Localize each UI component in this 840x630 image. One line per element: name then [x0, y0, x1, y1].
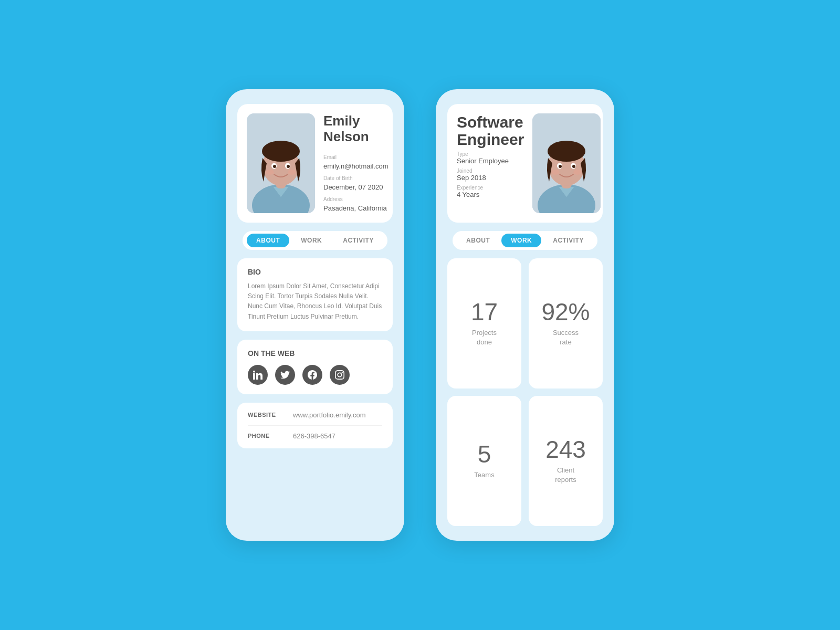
web-card: ON THE WEB [237, 340, 393, 394]
left-phone-card: Emily Nelson Email emily.n@hotmail.com D… [226, 89, 404, 541]
joined-value: Sep 2018 [457, 174, 524, 182]
svg-point-8 [287, 165, 290, 168]
stat-projects: 17 Projectsdone [447, 258, 521, 388]
left-tab-bar: ABOUT WORK ACTIVITY [243, 231, 387, 250]
right-phone-card: Software Engineer Type Senior Employee J… [436, 89, 614, 541]
svg-point-7 [273, 165, 276, 168]
svg-point-10 [288, 170, 296, 175]
tab-about-right[interactable]: ABOUT [457, 234, 499, 247]
svg-point-19 [572, 165, 575, 168]
twitter-icon[interactable] [275, 365, 295, 385]
svg-point-4 [262, 141, 300, 162]
dob-label: Date of Birth [323, 175, 388, 181]
address-value: Pasadena, California [323, 204, 388, 212]
website-label: WEBSITE [248, 412, 285, 418]
right-title: Software Engineer [457, 113, 524, 148]
stat-success: 92% Successrate [529, 258, 603, 388]
bio-card: BIO Lorem Ipsum Dolor Sit Amet, Consecte… [237, 258, 393, 331]
social-icons-list [248, 365, 382, 385]
stat-reports: 243 Clientreports [529, 396, 603, 526]
type-label: Type [457, 151, 524, 157]
svg-point-15 [548, 141, 585, 162]
stats-grid: 17 Projectsdone 92% Successrate 5 Teams … [447, 258, 603, 526]
phone-value: 626-398-6547 [293, 432, 335, 440]
profile-header: Emily Nelson Email emily.n@hotmail.com D… [237, 104, 393, 223]
instagram-icon[interactable] [330, 365, 350, 385]
profile-name: Emily Nelson [323, 113, 388, 145]
web-title: ON THE WEB [248, 349, 382, 358]
right-profile-header: Software Engineer Type Senior Employee J… [447, 104, 603, 223]
bio-title: BIO [248, 268, 382, 276]
linkedin-icon[interactable] [248, 365, 268, 385]
phone-row: PHONE 626-398-6547 [248, 432, 382, 440]
experience-value: 4 Years [457, 191, 524, 198]
tab-work-left[interactable]: WORK [291, 234, 331, 247]
facebook-icon[interactable] [302, 365, 322, 385]
right-avatar [532, 113, 601, 213]
stat-teams: 5 Teams [447, 396, 521, 526]
tab-activity-right[interactable]: ACTIVITY [543, 234, 593, 247]
profile-info: Emily Nelson Email emily.n@hotmail.com D… [323, 113, 388, 212]
stat-reports-number: 243 [545, 437, 586, 461]
svg-point-21 [573, 170, 582, 175]
website-row: WEBSITE www.portfolio.emily.com [248, 411, 382, 419]
email-label: Email [323, 154, 388, 160]
stat-success-number: 92% [541, 300, 590, 324]
stat-teams-label: Teams [474, 470, 494, 480]
phone-label: PHONE [248, 433, 285, 439]
email-value: emily.n@hotmail.com [323, 162, 388, 170]
tab-work-right[interactable]: WORK [501, 234, 541, 247]
stat-projects-number: 17 [471, 300, 498, 324]
contact-divider [248, 425, 382, 426]
type-value: Senior Employee [457, 157, 524, 165]
website-value: www.portfolio.emily.com [293, 411, 365, 419]
stat-teams-number: 5 [478, 442, 491, 466]
stat-projects-label: Projectsdone [472, 328, 497, 347]
svg-point-20 [551, 170, 560, 175]
stat-success-label: Successrate [553, 328, 579, 347]
svg-point-9 [266, 170, 274, 175]
joined-label: Joined [457, 168, 524, 174]
bio-text: Lorem Ipsum Dolor Sit Amet, Consectetur … [248, 281, 382, 322]
right-profile-info: Software Engineer Type Senior Employee J… [457, 113, 524, 198]
contact-card: WEBSITE www.portfolio.emily.com PHONE 62… [237, 403, 393, 448]
stat-reports-label: Clientreports [555, 466, 576, 485]
address-label: Address [323, 196, 388, 202]
avatar [247, 113, 315, 213]
svg-point-18 [559, 165, 562, 168]
right-tab-bar: ABOUT WORK ACTIVITY [453, 231, 597, 250]
tab-activity-left[interactable]: ACTIVITY [333, 234, 383, 247]
tab-about-left[interactable]: ABOUT [247, 234, 289, 247]
experience-label: Experience [457, 185, 524, 191]
dob-value: December, 07 2020 [323, 183, 388, 191]
